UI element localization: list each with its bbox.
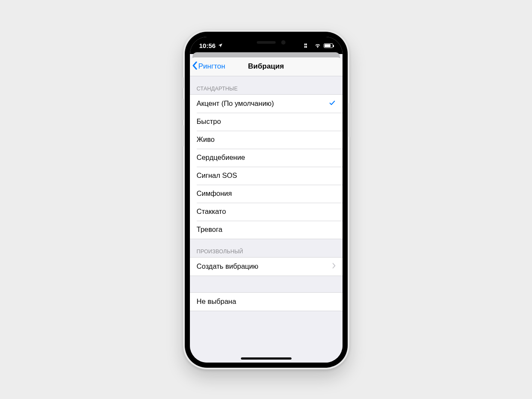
group-none: Не выбрана — [190, 292, 343, 311]
phone-bezel: 10:56 — [185, 32, 348, 368]
svg-rect-0 — [304, 43, 306, 45]
cellular-icon — [304, 42, 312, 49]
vibration-option[interactable]: Быстро — [190, 113, 343, 131]
option-label: Стаккато — [197, 207, 226, 216]
svg-rect-3 — [306, 46, 307, 48]
mute-switch[interactable] — [182, 77, 184, 88]
back-label: Рингтон — [198, 62, 225, 71]
vibration-option[interactable]: Живо — [190, 131, 343, 149]
svg-rect-1 — [306, 43, 307, 45]
chevron-left-icon — [192, 61, 198, 72]
vibration-option[interactable]: Сигнал SOS — [190, 167, 343, 185]
status-time: 10:56 — [199, 42, 216, 49]
battery-icon — [324, 43, 333, 48]
option-label: Тревога — [197, 225, 222, 234]
svg-rect-2 — [304, 46, 306, 48]
create-vibration-label: Создать вибрацию — [197, 262, 258, 270]
speaker-grille — [257, 41, 276, 44]
vibration-none-row[interactable]: Не выбрана — [190, 293, 343, 311]
home-indicator[interactable] — [241, 357, 292, 360]
notch — [230, 37, 303, 48]
group-custom: Создать вибрацию — [190, 257, 343, 276]
create-vibration-row[interactable]: Создать вибрацию — [190, 258, 343, 276]
checkmark-icon — [329, 99, 336, 108]
vibration-option[interactable]: Сердцебиение — [190, 149, 343, 167]
phone-frame: 10:56 — [183, 30, 349, 369]
section-header-standard: СТАНДАРТНЫЕ — [190, 76, 343, 94]
none-label: Не выбрана — [197, 297, 236, 306]
option-label: Живо — [197, 135, 215, 144]
front-camera — [281, 40, 286, 45]
volume-up-button[interactable] — [182, 99, 184, 120]
option-label: Акцент (По умолчанию) — [197, 99, 274, 108]
option-label: Сигнал SOS — [197, 171, 237, 180]
location-icon — [218, 42, 223, 49]
vibration-option[interactable]: Симфония — [190, 185, 343, 203]
option-label: Сердцебиение — [197, 153, 245, 162]
option-label: Быстро — [197, 117, 221, 126]
option-label: Симфония — [197, 189, 232, 198]
wifi-icon — [314, 42, 321, 49]
vibration-option[interactable]: Тревога — [190, 221, 343, 239]
section-header-custom: ПРОИЗВОЛЬНЫЙ — [190, 239, 343, 257]
vibration-option[interactable]: Стаккато — [190, 203, 343, 221]
volume-down-button[interactable] — [182, 125, 184, 147]
chevron-right-icon — [332, 262, 336, 270]
section-gap — [190, 276, 343, 292]
modal-sheet: Рингтон Вибрация СТАНДАРТНЫЕ Акцент (По … — [190, 57, 343, 363]
vibration-option[interactable]: Акцент (По умолчанию) — [190, 95, 343, 113]
screen: 10:56 — [190, 37, 343, 363]
content-scroll[interactable]: СТАНДАРТНЫЕ Акцент (По умолчанию) Быстро — [190, 76, 343, 363]
group-standard: Акцент (По умолчанию) Быстро Живо — [190, 94, 343, 239]
back-button[interactable]: Рингтон — [192, 61, 225, 72]
power-button[interactable] — [349, 103, 351, 137]
nav-bar: Рингтон Вибрация — [190, 57, 343, 76]
